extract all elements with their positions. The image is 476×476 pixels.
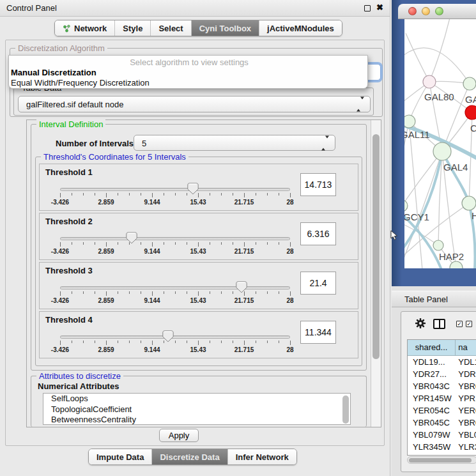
apply-button[interactable]: Apply (159, 429, 199, 442)
table-cell[interactable]: YBL079W (408, 429, 456, 441)
network-node-h[interactable] (462, 196, 476, 210)
column-header-na[interactable]: na (456, 340, 476, 356)
table-horizontal-scrollbar[interactable] (407, 456, 476, 464)
slider-thumb[interactable] (162, 330, 174, 345)
table-cell[interactable]: YLR3 (456, 441, 476, 453)
tab-cyni-toolbox[interactable]: Cyni Toolbox (191, 20, 259, 36)
slider-track[interactable] (60, 335, 290, 339)
table-row[interactable]: YDR27...YDR2 (408, 368, 476, 380)
scrollbar-thumb[interactable] (409, 458, 472, 463)
slider-track[interactable] (60, 286, 290, 289)
numerical-attributes-list: SelfLoopsTopologicalCoefficientBetweenne… (43, 393, 351, 425)
slider-tick (175, 242, 176, 245)
table-cell[interactable]: YBR0 (456, 380, 476, 392)
attribute-item-topologicalcoefficient[interactable]: TopologicalCoefficient (43, 404, 350, 415)
slider-thumb[interactable] (126, 232, 137, 247)
network-canvas[interactable]: GAL80GACGAL11GAL4HGCY1HAP2 (404, 19, 476, 268)
network-edge[interactable] (429, 19, 450, 82)
table-cell[interactable]: YDL1 (456, 356, 476, 368)
slider-tick-label: -3.426 (51, 346, 69, 353)
table-cell[interactable]: YDR27... (408, 368, 456, 380)
mac-minimize-button[interactable] (422, 7, 430, 15)
table-cell[interactable]: YBL0 (456, 429, 476, 441)
slider-track[interactable] (60, 237, 290, 240)
table-cell[interactable]: YIL0 (456, 453, 476, 456)
network-node-hap2[interactable] (433, 240, 443, 250)
slider-tick (221, 193, 222, 196)
table-cell[interactable]: YER0 (456, 404, 476, 417)
table-cell[interactable]: YBR0 (456, 417, 476, 429)
table-row[interactable]: YPR145WYPR1 (408, 392, 476, 404)
checkbox-icon[interactable]: ✓ (456, 321, 463, 327)
settings-vertical-scrollbar[interactable] (371, 120, 381, 427)
table-data-combobox[interactable]: galFiltered.sif default node (18, 96, 371, 112)
table-row[interactable]: YLR345WYLR3 (408, 441, 476, 453)
network-edge[interactable] (406, 33, 429, 82)
table-row[interactable]: YBL079WYBL0 (408, 429, 476, 441)
threshold-value-field[interactable]: 11.344 (300, 321, 336, 344)
table-cell[interactable]: YPR1 (456, 392, 476, 404)
mac-zoom-button[interactable] (435, 7, 443, 15)
column-header-shared[interactable]: shared... (408, 340, 456, 356)
tab-jactivemnodules[interactable]: jActiveMNodules (259, 20, 342, 36)
slider-thumb[interactable] (236, 281, 247, 296)
slider-3: -3.4262.8599.14415.4321.71528 (60, 280, 290, 307)
network-node-gal80[interactable] (423, 75, 436, 88)
mac-close-button[interactable] (408, 7, 417, 15)
tab-network[interactable]: Network (55, 20, 114, 36)
table-cell[interactable]: YLR345W (408, 441, 456, 453)
table-row[interactable]: YIL052CYIL0 (408, 453, 476, 456)
interval-definition-title: Interval Definition (36, 119, 105, 129)
slider-tick-label: 2.859 (98, 199, 114, 206)
table-cell[interactable]: YPR145W (408, 392, 456, 404)
network-edge[interactable] (409, 121, 422, 268)
attribute-item-selfloops[interactable]: SelfLoops (43, 394, 350, 404)
network-node-ga[interactable] (463, 77, 476, 90)
popup-option-equal-width-frequency[interactable]: Equal Width/Frequency Discretization (9, 78, 367, 88)
network-node-gal11[interactable] (404, 115, 415, 128)
slider-tick (72, 291, 72, 294)
tab-impute-data[interactable]: Impute Data (89, 449, 151, 464)
scrollbar-thumb[interactable] (372, 134, 380, 359)
tab-infer-network[interactable]: Infer Network (227, 449, 296, 464)
float-window-icon[interactable] (364, 5, 371, 12)
network-node-gal4[interactable] (433, 142, 451, 160)
gear-icon[interactable] (415, 318, 426, 332)
tab-label: Infer Network (236, 452, 289, 462)
close-icon[interactable]: ✖ (376, 3, 383, 12)
attributes-groupbox: Attributes to discretize Numerical Attri… (31, 376, 367, 427)
table-row[interactable]: YDL19...YDL1 (408, 356, 476, 368)
table-cell[interactable]: YER054C (408, 404, 456, 417)
columns-icon[interactable] (433, 319, 445, 329)
list-scrollbar-thumb[interactable] (342, 395, 349, 424)
table-cell[interactable]: YDL19... (408, 356, 456, 368)
tab-style[interactable]: Style (114, 20, 150, 36)
tab-discretize-data[interactable]: Discretize Data (151, 449, 227, 464)
threshold-value-field[interactable]: 14.713 (300, 173, 336, 196)
tab-select[interactable]: Select (150, 20, 190, 36)
network-edge[interactable] (404, 48, 470, 84)
network-node-gcy1[interactable] (404, 200, 408, 211)
table-cell[interactable]: YIL052C (408, 453, 456, 456)
network-node-label: H (472, 210, 476, 221)
attribute-item-betweennesscentrality[interactable]: BetweennessCentrality (43, 415, 350, 425)
threshold-value-field[interactable]: 21.4 (300, 272, 336, 295)
table-cell[interactable]: YDR2 (456, 368, 476, 380)
table-row[interactable]: YER054CYER0 (408, 404, 476, 417)
network-node-c[interactable] (465, 105, 476, 119)
number-of-intervals-combobox[interactable]: 5 (134, 135, 335, 151)
table-cell[interactable]: YBR045C (408, 417, 456, 429)
threshold-value-field[interactable]: 6.316 (300, 222, 336, 245)
table-cell[interactable]: YBR043C (408, 380, 456, 392)
slider-track[interactable] (60, 188, 290, 191)
table-row[interactable]: YBR045CYBR0 (408, 417, 476, 429)
slider-tick-label: 21.715 (234, 297, 254, 304)
mouse-cursor (390, 230, 398, 242)
table-row[interactable]: YBR043CYBR0 (408, 380, 476, 392)
checkbox-icon[interactable]: ✓ (466, 321, 472, 327)
slider-thumb[interactable] (187, 183, 199, 197)
popup-option-manual-discretization[interactable]: Manual Discretization (9, 68, 367, 78)
network-edge[interactable] (404, 151, 442, 268)
slider-tick-label: 15.43 (190, 297, 206, 304)
tab-label: Discretize Data (160, 452, 219, 462)
